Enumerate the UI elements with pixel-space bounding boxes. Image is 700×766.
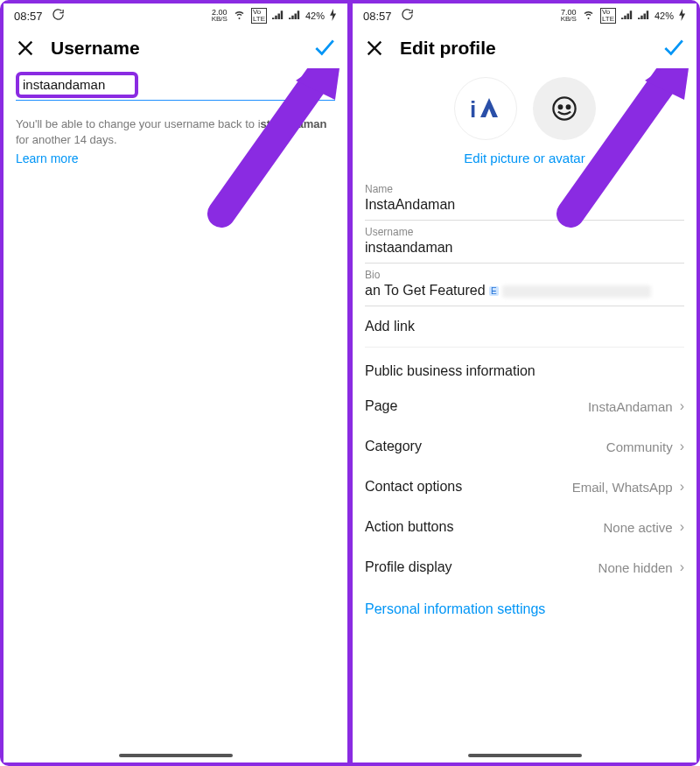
- avatar-row: i: [365, 77, 684, 140]
- chevron-right-icon: ›: [680, 398, 684, 414]
- field-value: an To Get Featured E: [365, 283, 684, 299]
- signal-icon: [272, 10, 284, 22]
- username-field[interactable]: Username instaandaman: [365, 221, 684, 264]
- lte-icon: VoLTE: [251, 8, 267, 24]
- charging-icon: [330, 9, 337, 23]
- status-time: 08:57: [363, 10, 392, 23]
- screen-edit-profile: 08:57 7.00KB/S VoLTE 42% Edit profile: [353, 4, 696, 762]
- status-bar: 08:57 2.00KB/S VoLTE 42%: [4, 4, 347, 28]
- wifi-icon: [233, 10, 246, 22]
- lte-icon: VoLTE: [600, 8, 616, 24]
- username-hint: You'll be able to change your username b…: [16, 116, 335, 148]
- svg-point-2: [553, 97, 575, 119]
- page-title: Edit profile: [400, 38, 496, 59]
- charging-icon: [679, 9, 686, 23]
- action-buttons-row[interactable]: Action buttons None active ›: [365, 507, 684, 547]
- add-link-row[interactable]: Add link: [365, 306, 684, 348]
- home-indicator: [119, 754, 233, 757]
- home-indicator: [468, 754, 582, 757]
- refresh-icon: [401, 8, 414, 24]
- chevron-right-icon: ›: [680, 479, 684, 495]
- network-speed: 7.00KB/S: [561, 10, 577, 22]
- header: Edit profile: [353, 28, 696, 68]
- svg-marker-0: [296, 68, 342, 100]
- signal-icon-2: [638, 10, 649, 22]
- battery-text: 42%: [654, 11, 674, 21]
- field-value: instaandaman: [365, 240, 684, 256]
- page-row[interactable]: Page InstaAndaman ›: [365, 386, 684, 426]
- bio-field[interactable]: Bio an To Get Featured E: [365, 264, 684, 306]
- profile-picture[interactable]: i: [454, 77, 517, 140]
- status-bar: 08:57 7.00KB/S VoLTE 42%: [353, 4, 696, 28]
- category-row[interactable]: Category Community ›: [365, 426, 684, 467]
- status-time: 08:57: [14, 10, 43, 23]
- signal-icon-2: [289, 10, 300, 22]
- field-label: Bio: [365, 269, 684, 281]
- edit-picture-link[interactable]: Edit picture or avatar: [365, 151, 684, 165]
- chevron-right-icon: ›: [680, 519, 684, 535]
- redacted-text: [502, 285, 651, 298]
- annotation-arrow: [204, 68, 347, 235]
- chevron-right-icon: ›: [680, 559, 684, 575]
- section-header: Public business information: [365, 348, 684, 386]
- input-underline: [16, 100, 335, 101]
- confirm-icon[interactable]: [312, 37, 335, 60]
- close-icon[interactable]: [16, 39, 35, 58]
- contact-options-row[interactable]: Contact options Email, WhatsApp ›: [365, 467, 684, 507]
- username-input[interactable]: [23, 77, 131, 92]
- learn-more-link[interactable]: Learn more: [16, 151, 79, 165]
- profile-display-row[interactable]: Profile display None hidden ›: [365, 547, 684, 587]
- refresh-icon: [52, 8, 65, 24]
- close-icon[interactable]: [365, 39, 384, 58]
- header: Username: [4, 28, 347, 68]
- username-highlight: [16, 72, 138, 98]
- name-field[interactable]: Name InstaAndaman: [365, 178, 684, 221]
- field-value: InstaAndaman: [365, 197, 684, 213]
- field-label: Username: [365, 226, 684, 238]
- network-speed: 2.00KB/S: [212, 10, 228, 22]
- wifi-icon: [582, 10, 595, 22]
- screen-username: 08:57 2.00KB/S VoLTE 42% Username: [4, 4, 347, 762]
- svg-text:i: i: [470, 96, 476, 123]
- page-title: Username: [51, 38, 140, 59]
- chevron-right-icon: ›: [680, 439, 684, 454]
- svg-point-3: [558, 105, 562, 109]
- avatar-option[interactable]: [533, 77, 596, 140]
- confirm-icon[interactable]: [662, 37, 684, 60]
- personal-info-settings-link[interactable]: Personal information settings: [365, 587, 684, 631]
- field-label: Name: [365, 183, 684, 195]
- signal-icon: [621, 10, 633, 22]
- svg-point-4: [566, 105, 570, 109]
- battery-text: 42%: [305, 11, 325, 21]
